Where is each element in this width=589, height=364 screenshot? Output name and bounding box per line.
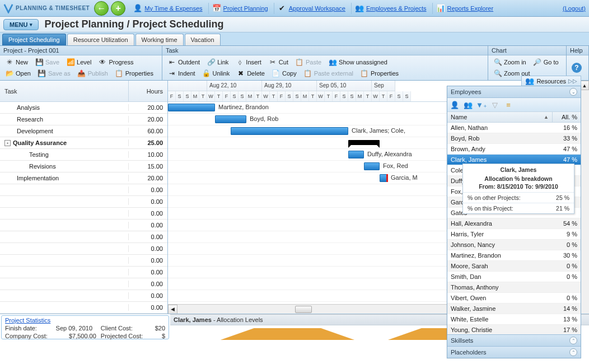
copy-button[interactable]: 📄Copy bbox=[269, 68, 300, 79]
logout-link[interactable]: (Logout) bbox=[563, 5, 586, 12]
outdent-button[interactable]: ⇤Outdent bbox=[165, 57, 203, 68]
filter-add-icon[interactable]: ▼₊ bbox=[476, 100, 487, 110]
gantt-bar[interactable] bbox=[348, 151, 364, 158]
task-row[interactable]: Testing10.00 bbox=[0, 149, 167, 161]
expand-icon[interactable]: ⌃ bbox=[569, 348, 577, 356]
goto-button[interactable]: 🔎Go to bbox=[530, 57, 562, 68]
tprops-button[interactable]: 📋Properties bbox=[357, 68, 401, 79]
task-row[interactable]: 0.00 bbox=[0, 255, 167, 267]
nav-link-reports-explorer[interactable]: 📊Reports Explorer bbox=[432, 3, 497, 14]
employee-row[interactable]: Vibert, Owen0 % bbox=[447, 293, 581, 304]
task-row[interactable]: 0.00 bbox=[0, 231, 167, 243]
employee-allocation: 13 % bbox=[553, 316, 581, 323]
insert-button[interactable]: ⎀Insert bbox=[232, 57, 264, 68]
employee-row[interactable]: Martinez, Brandon30 % bbox=[447, 250, 581, 261]
expand-icon[interactable]: ⌃ bbox=[569, 337, 577, 344]
task-row[interactable]: 0.00 bbox=[0, 196, 167, 208]
new-button[interactable]: ✳New bbox=[2, 57, 31, 68]
indent-button[interactable]: ⇥Indent bbox=[165, 68, 198, 79]
task-row[interactable]: Revisions15.00 bbox=[0, 161, 167, 172]
gantt-bar[interactable] bbox=[168, 104, 215, 111]
employee-row[interactable]: Walker, Jasmine14 % bbox=[447, 304, 581, 314]
progress-button[interactable]: 👁Progress bbox=[95, 57, 136, 68]
employee-row[interactable]: Young, Christie17 % bbox=[447, 325, 581, 334]
task-row[interactable]: Research20.00 bbox=[0, 114, 167, 125]
tab-working-time[interactable]: Working time bbox=[135, 34, 184, 45]
add-button[interactable]: + bbox=[111, 1, 125, 16]
nav-link-project-planning[interactable]: 📅Project Planning bbox=[208, 3, 272, 14]
copy-icon: 📄 bbox=[272, 69, 281, 78]
scroll-left-icon[interactable]: ◀ bbox=[168, 305, 177, 314]
back-button[interactable]: ← bbox=[94, 1, 109, 16]
employee-row[interactable]: Brown, Andy47 % bbox=[447, 144, 581, 155]
open-button[interactable]: 📂Open bbox=[2, 68, 34, 79]
task-row[interactable]: 0.00 bbox=[0, 278, 167, 290]
task-row[interactable]: 0.00 bbox=[0, 220, 167, 231]
employee-row[interactable]: Moore, Sarah0 % bbox=[447, 261, 581, 272]
gantt-bar[interactable] bbox=[215, 115, 246, 123]
employee-row[interactable]: Allen, Nathan16 % bbox=[447, 123, 581, 133]
cut-button[interactable]: ✂Cut bbox=[265, 57, 291, 68]
scroll-up-icon[interactable]: ▲ bbox=[580, 81, 589, 90]
gantt-summary-bar[interactable] bbox=[348, 140, 380, 145]
zoomin-button[interactable]: 🔍Zoom in bbox=[490, 57, 529, 68]
employee-row[interactable]: White, Estelle13 % bbox=[447, 314, 581, 325]
expander-icon[interactable]: - bbox=[4, 140, 11, 146]
placeholders-footer[interactable]: Placeholders⌃ bbox=[447, 346, 581, 358]
col-hours-header[interactable]: Hours bbox=[128, 81, 167, 101]
task-row[interactable]: Analysis20.00 bbox=[0, 102, 167, 114]
day-header: T bbox=[364, 91, 372, 102]
employee-row[interactable]: Thomas, Anthony bbox=[447, 282, 581, 293]
sort-icon[interactable]: ≡ bbox=[503, 100, 513, 110]
day-header: T bbox=[380, 91, 387, 102]
task-row[interactable]: Implementation20.00 bbox=[0, 172, 167, 184]
col-allocation-header[interactable]: All. % bbox=[553, 112, 581, 122]
task-row[interactable]: 0.00 bbox=[0, 267, 167, 278]
employee-row[interactable]: Smith, Dan0 % bbox=[447, 272, 581, 282]
nav-link-employees-projects[interactable]: 👥Employees & Projects bbox=[351, 3, 430, 14]
nav-link-my-time-expenses[interactable]: 👤My Time & Expenses bbox=[130, 3, 205, 14]
insert-icon: ⎀ bbox=[235, 58, 244, 67]
employee-allocation: 0 % bbox=[553, 263, 581, 269]
task-row[interactable]: 0.00 bbox=[0, 184, 167, 196]
showun-button[interactable]: 👥Show unassigned bbox=[325, 57, 390, 68]
level-button[interactable]: 📶Level bbox=[63, 57, 94, 68]
gantt-bar[interactable] bbox=[364, 162, 380, 170]
filter-clear-icon[interactable]: ▽ bbox=[490, 100, 500, 110]
delete-button[interactable]: ✖Delete bbox=[233, 68, 268, 79]
task-row[interactable]: Development60.00 bbox=[0, 125, 167, 137]
project-statistics-link[interactable]: Project Statistics bbox=[5, 317, 50, 324]
employee-allocation: 16 % bbox=[553, 124, 581, 131]
collapse-icon[interactable]: ⌄ bbox=[569, 88, 577, 96]
tab-vacation[interactable]: Vacation bbox=[185, 34, 221, 45]
help-button[interactable]: ? bbox=[569, 62, 585, 74]
toolbar-row: Project - Project 001 ✳New💾Save📶Level👁Pr… bbox=[0, 46, 589, 81]
employee-row[interactable]: Boyd, Rob33 % bbox=[447, 133, 581, 144]
menu-button[interactable]: MENU bbox=[3, 19, 39, 30]
col-name-header[interactable]: Name▲ bbox=[447, 112, 553, 122]
col-task-header[interactable]: Task bbox=[0, 88, 128, 95]
skillsets-footer[interactable]: Skillsets⌃ bbox=[447, 334, 581, 346]
add-employee-icon[interactable]: 👤 bbox=[450, 100, 460, 110]
properties-button[interactable]: 📋Properties bbox=[112, 68, 156, 79]
employee-name: Clark, James bbox=[447, 156, 553, 163]
employee-row[interactable]: Harris, Tyler9 % bbox=[447, 229, 581, 240]
task-row[interactable]: 0.00 bbox=[0, 290, 167, 302]
resources-toggle[interactable]: 👥 Resources ▷▷ bbox=[521, 76, 581, 86]
unlink-button[interactable]: 🔓Unlink bbox=[199, 68, 233, 79]
scroll-thumb[interactable] bbox=[295, 306, 312, 313]
task-row[interactable]: 0.00 bbox=[0, 243, 167, 255]
day-header: S bbox=[286, 91, 293, 102]
task-hours: 0.00 bbox=[128, 269, 167, 276]
employee-row[interactable]: Hall, Alexandra54 % bbox=[447, 218, 581, 229]
task-row[interactable]: 0.00 bbox=[0, 208, 167, 220]
tab-resource-utilization[interactable]: Resource Utilization bbox=[67, 34, 134, 45]
add-group-icon[interactable]: 👥 bbox=[463, 100, 473, 110]
task-row[interactable]: 0.00 bbox=[0, 302, 167, 314]
task-row[interactable]: -Quality Assurance25.00 bbox=[0, 137, 167, 149]
link-button[interactable]: 🔗Link bbox=[204, 57, 231, 68]
tab-project-scheduling[interactable]: Project Scheduling bbox=[2, 34, 66, 45]
employee-row[interactable]: Johnson, Nancy0 % bbox=[447, 240, 581, 250]
gantt-bar[interactable] bbox=[231, 127, 348, 135]
nav-link-approval-workspace[interactable]: ✔Approval Workspace bbox=[274, 3, 349, 14]
